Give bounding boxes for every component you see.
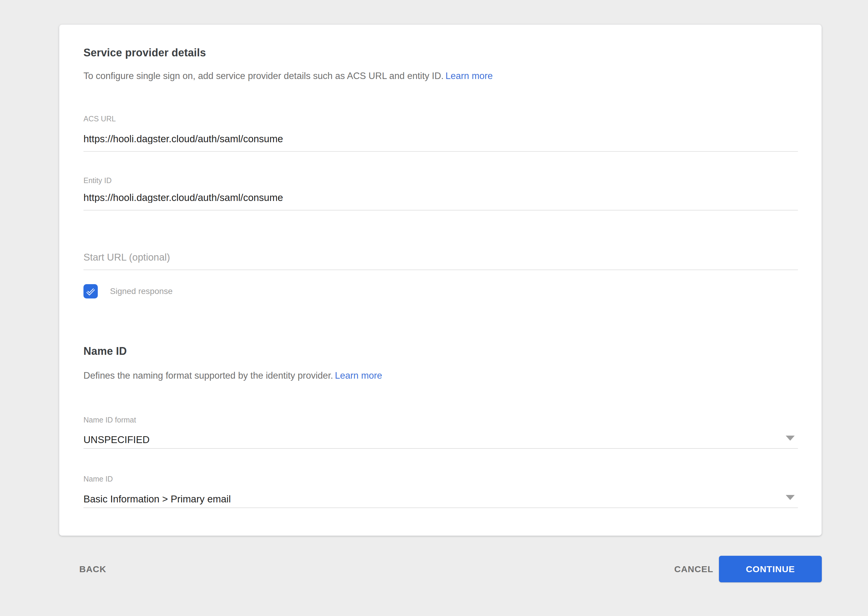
entity-id-label: Entity ID [83,176,111,185]
back-button[interactable]: BACK [73,559,112,579]
name-id-description-text: Defines the naming format supported by t… [83,370,333,381]
service-provider-card: Service provider details To configure si… [59,24,822,536]
name-id-format-select[interactable]: UNSPECIFIED [83,434,798,449]
service-provider-description-text: To configure single sign on, add service… [83,71,444,81]
name-id-label: Name ID [83,475,113,483]
chevron-down-icon [786,495,795,500]
learn-more-link-name-id[interactable]: Learn more [335,370,382,381]
name-id-format-value: UNSPECIFIED [83,434,150,446]
cancel-button[interactable]: CANCEL [668,559,719,579]
name-id-format-label: Name ID format [83,415,136,424]
checkmark-icon [85,285,97,297]
acs-url-input[interactable] [83,134,798,152]
service-provider-description: To configure single sign on, add service… [83,70,493,82]
name-id-value: Basic Information > Primary email [83,493,231,505]
learn-more-link-service-provider[interactable]: Learn more [446,71,493,81]
name-id-select[interactable]: Basic Information > Primary email [83,493,798,508]
acs-url-label: ACS URL [83,114,116,123]
section-title-name-id: Name ID [83,345,127,358]
signed-response-row: Signed response [83,284,173,299]
name-id-description: Defines the naming format supported by t… [83,370,382,382]
section-title-service-provider-details: Service provider details [83,46,206,59]
start-url-input[interactable] [83,252,798,270]
signed-response-checkbox[interactable] [83,284,98,299]
entity-id-input[interactable] [83,192,798,211]
chevron-down-icon [786,435,795,441]
continue-button[interactable]: CONTINUE [719,556,822,582]
signed-response-label: Signed response [110,286,173,296]
